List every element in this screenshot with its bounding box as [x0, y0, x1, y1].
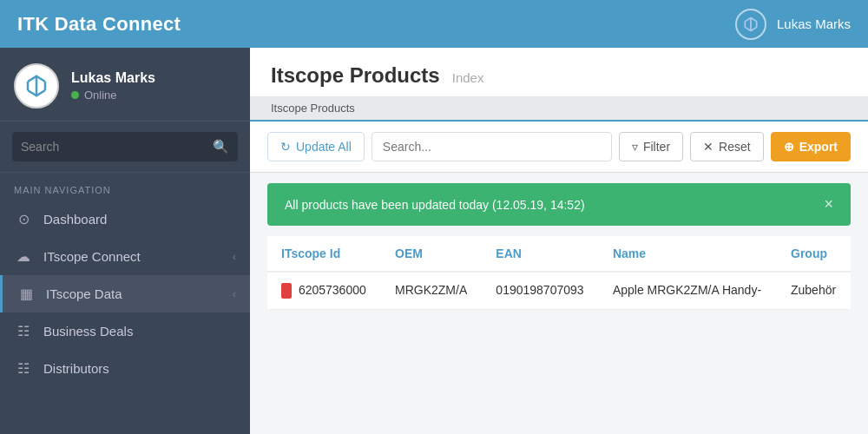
export-label: Export	[799, 140, 838, 154]
table-head: ITscope Id OEM EAN Name Group	[267, 236, 851, 272]
alert-close-button[interactable]: ×	[824, 195, 833, 214]
col-header-id[interactable]: ITscope Id	[267, 236, 381, 272]
col-header-oem[interactable]: OEM	[381, 236, 482, 272]
cloud-icon: ☁	[14, 248, 33, 265]
nav-section-label: Main Navigation	[0, 173, 250, 201]
cell-name: Apple MRGK2ZM/A Handy-	[599, 272, 777, 310]
reset-label: Reset	[719, 140, 751, 154]
table-row: 6205736000 MRGK2ZM/A 0190198707093 Apple…	[267, 272, 851, 310]
sidebar-item-dashboard[interactable]: ⊙ Dashboard	[0, 201, 250, 238]
header-avatar[interactable]	[735, 9, 766, 40]
col-header-ean[interactable]: EAN	[482, 236, 599, 272]
status-text: Online	[84, 89, 117, 102]
sidebar-search-inner: 🔍	[12, 132, 238, 161]
table-container: ITscope Id OEM EAN Name Group 6205736000…	[250, 236, 868, 434]
sidebar-item-label: Dashboard	[43, 212, 236, 227]
breadcrumb: Itscope Products	[250, 96, 868, 120]
update-all-button[interactable]: ↻ Update All	[267, 132, 365, 161]
filter-label: Filter	[643, 140, 670, 154]
status-dot	[71, 91, 79, 99]
avatar	[14, 63, 59, 108]
refresh-icon: ↻	[280, 140, 291, 154]
cell-id[interactable]: 6205736000	[267, 272, 381, 310]
sidebar: Lukas Marks Online 🔍 Main Navigation ⊙ D…	[0, 48, 250, 434]
alert-message: All products have been updated today (12…	[285, 198, 585, 212]
title-row: Itscope Products Index	[271, 63, 847, 88]
sidebar-user-status: Online	[71, 89, 155, 102]
grid-icon: ▦	[16, 286, 36, 302]
products-table: ITscope Id OEM EAN Name Group 6205736000…	[267, 236, 851, 310]
list-icon-2: ☷	[14, 360, 33, 377]
update-all-label: Update All	[296, 140, 352, 154]
export-button[interactable]: ⊕ Export	[771, 132, 851, 161]
sidebar-item-label: Business Deals	[43, 324, 236, 339]
sidebar-profile: Lukas Marks Online	[0, 48, 250, 122]
app-title: ITK Data Connect	[17, 13, 181, 36]
table-header-row: ITscope Id OEM EAN Name Group	[267, 236, 851, 272]
search-input[interactable]	[21, 140, 206, 154]
success-alert: All products have been updated today (12…	[267, 183, 851, 226]
dashboard-icon: ⊙	[14, 211, 33, 227]
main-layout: Lukas Marks Online 🔍 Main Navigation ⊙ D…	[0, 48, 868, 434]
sidebar-username: Lukas Marks	[71, 70, 155, 86]
content-header: Itscope Products Index Itscope Products	[250, 48, 868, 122]
sidebar-item-distributors[interactable]: ☷ Distributors	[0, 350, 250, 387]
sidebar-user-info: Lukas Marks Online	[71, 70, 155, 102]
toolbar: ↻ Update All ▿ Filter ✕ Reset ⊕ Export	[250, 122, 868, 173]
header-right: Lukas Marks	[735, 9, 851, 40]
export-icon: ⊕	[784, 140, 794, 154]
sidebar-item-itscope-data[interactable]: ▦ ITscope Data ‹	[0, 275, 250, 312]
sidebar-item-business-deals[interactable]: ☷ Business Deals	[0, 312, 250, 350]
search-icon: 🔍	[213, 139, 229, 155]
sidebar-item-itscope-connect[interactable]: ☁ ITscope Connect ‹	[0, 238, 250, 275]
sidebar-search-container: 🔍	[0, 122, 250, 173]
times-icon: ✕	[703, 140, 713, 154]
table-body: 6205736000 MRGK2ZM/A 0190198707093 Apple…	[267, 272, 851, 310]
list-icon: ☷	[14, 323, 33, 339]
header-username: Lukas Marks	[777, 16, 851, 31]
page-subtitle: Index	[452, 70, 484, 85]
reset-button[interactable]: ✕ Reset	[690, 132, 764, 161]
sidebar-item-label: Distributors	[43, 361, 236, 376]
sidebar-item-label: ITscope Connect	[43, 249, 222, 264]
product-id: 6205736000	[299, 283, 366, 297]
chevron-icon: ‹	[233, 287, 236, 300]
col-header-group[interactable]: Group	[777, 236, 851, 272]
top-header: ITK Data Connect Lukas Marks	[0, 0, 868, 48]
main-content: Itscope Products Index Itscope Products …	[250, 48, 868, 434]
sidebar-item-label: ITscope Data	[46, 286, 222, 301]
chevron-icon: ‹	[233, 250, 236, 263]
cell-ean: 0190198707093	[482, 272, 599, 310]
col-header-name[interactable]: Name	[599, 236, 777, 272]
toolbar-search-input[interactable]	[372, 132, 612, 161]
filter-icon: ▿	[632, 140, 638, 154]
page-title: Itscope Products	[271, 63, 440, 88]
cell-oem[interactable]: MRGK2ZM/A	[381, 272, 482, 310]
cell-group: Zubehör	[777, 272, 851, 310]
filter-button[interactable]: ▿ Filter	[619, 132, 683, 161]
color-swatch	[281, 283, 292, 299]
